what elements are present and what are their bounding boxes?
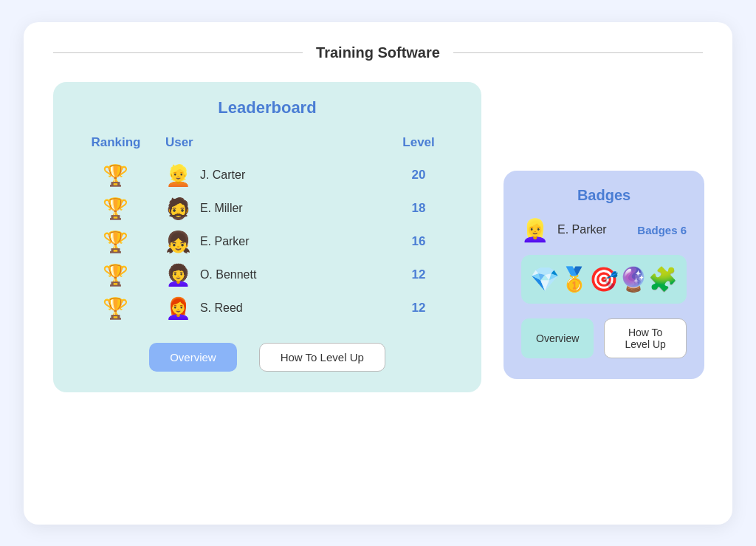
col-level-header: Level bbox=[377, 131, 461, 159]
badge-icon: 🧩 bbox=[648, 265, 678, 293]
badges-levelup-button[interactable]: How To Level Up bbox=[604, 318, 687, 358]
page-container: Training Software Leaderboard Ranking Us… bbox=[24, 22, 732, 525]
ranking-cell: 🏆 bbox=[74, 192, 158, 225]
badge-icon: 🥇 bbox=[560, 265, 589, 293]
badge-icon: 💎 bbox=[530, 265, 560, 293]
col-ranking-header: Ranking bbox=[74, 131, 158, 159]
user-cell: 👩‍🦱O. Bennett bbox=[158, 259, 377, 292]
level-cell: 16 bbox=[377, 225, 461, 259]
level-cell: 18 bbox=[377, 192, 461, 225]
badge-icon: 🔮 bbox=[619, 265, 648, 293]
user-avatar: 👩‍🦰 bbox=[165, 296, 191, 321]
title-line-right bbox=[453, 52, 703, 53]
badges-title: Badges bbox=[521, 187, 687, 204]
title-line-left bbox=[53, 52, 303, 53]
ranking-cell: 🏆 bbox=[74, 159, 158, 192]
ranking-cell: 🏆 bbox=[74, 292, 158, 325]
level-cell: 20 bbox=[377, 159, 461, 192]
table-row: 🏆👩‍🦰S. Reed12 bbox=[74, 292, 461, 325]
user-name: S. Reed bbox=[200, 301, 243, 315]
table-row: 🏆🧔E. Miller18 bbox=[74, 192, 461, 225]
leaderboard-card: Leaderboard Ranking User Level 🏆👱J. Cart… bbox=[53, 82, 481, 392]
table-row: 🏆👩‍🦱O. Bennett12 bbox=[74, 259, 461, 292]
user-name: E. Miller bbox=[200, 202, 243, 215]
table-row: 🏆👧E. Parker16 bbox=[74, 225, 461, 259]
ranking-cell: 🏆 bbox=[74, 259, 158, 292]
badges-count: Badges 6 bbox=[637, 224, 687, 236]
user-avatar: 👩‍🦱 bbox=[165, 263, 191, 287]
badge-icon: 🎯 bbox=[589, 265, 619, 293]
badges-user-row: 👱‍♀️ E. Parker Badges 6 bbox=[521, 217, 687, 243]
leaderboard-actions: Overview How To Level Up bbox=[74, 343, 461, 372]
badges-overview-button[interactable]: Overview bbox=[521, 318, 594, 358]
user-avatar: 👧 bbox=[165, 230, 191, 254]
user-name: J. Carter bbox=[200, 168, 245, 182]
badges-user-name: E. Parker bbox=[557, 223, 628, 236]
content-area: Leaderboard Ranking User Level 🏆👱J. Cart… bbox=[53, 82, 703, 392]
level-cell: 12 bbox=[377, 259, 461, 292]
user-avatar: 🧔 bbox=[165, 197, 191, 221]
user-name: O. Bennett bbox=[200, 268, 257, 281]
leaderboard-levelup-button[interactable]: How To Level Up bbox=[259, 343, 385, 372]
badges-user-avatar: 👱‍♀️ bbox=[521, 217, 549, 243]
page-title: Training Software bbox=[303, 44, 453, 61]
leaderboard-title: Leaderboard bbox=[74, 98, 461, 117]
badges-icons-row: 💎🥇🎯🔮🧩 bbox=[521, 255, 687, 304]
level-cell: 12 bbox=[377, 292, 461, 325]
col-user-header: User bbox=[158, 131, 377, 159]
user-avatar: 👱 bbox=[165, 163, 191, 188]
leaderboard-overview-button[interactable]: Overview bbox=[149, 343, 237, 372]
user-name: E. Parker bbox=[200, 235, 250, 248]
leaderboard-table: Ranking User Level 🏆👱J. Carter20🏆🧔E. Mil… bbox=[74, 131, 461, 325]
user-cell: 🧔E. Miller bbox=[158, 192, 377, 225]
ranking-cell: 🏆 bbox=[74, 225, 158, 259]
leaderboard-header-row: Ranking User Level bbox=[74, 131, 461, 159]
user-cell: 👩‍🦰S. Reed bbox=[158, 292, 377, 325]
user-cell: 👧E. Parker bbox=[158, 225, 377, 259]
badges-card: Badges 👱‍♀️ E. Parker Badges 6 💎🥇🎯🔮🧩 Ove… bbox=[504, 171, 704, 379]
user-cell: 👱J. Carter bbox=[158, 159, 377, 192]
badges-actions: Overview How To Level Up bbox=[521, 318, 687, 358]
table-row: 🏆👱J. Carter20 bbox=[74, 159, 461, 192]
page-title-container: Training Software bbox=[53, 44, 703, 61]
